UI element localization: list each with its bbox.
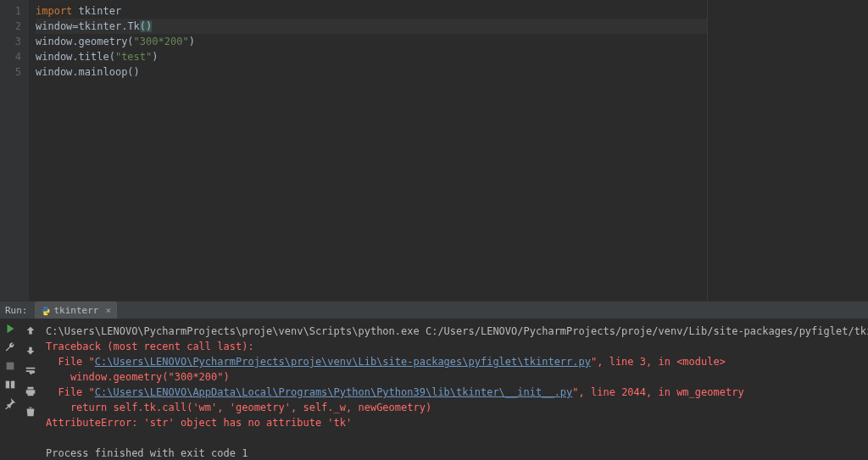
console-line: File "C:\Users\LENOVO\PycharmProjects\pr… [46, 354, 868, 369]
console-line: Traceback (most recent call last): [46, 339, 868, 354]
svg-point-0 [44, 307, 45, 308]
pin-icon[interactable] [3, 396, 17, 410]
code-line[interactable]: window=tkinter.Tk() [36, 19, 707, 34]
console-line [46, 430, 868, 446]
soft-wrap-icon[interactable] [24, 364, 37, 378]
run-label: Run: [5, 305, 28, 316]
run-side-toolbar-2 [20, 319, 41, 460]
stop-icon[interactable] [3, 359, 17, 373]
console-line: Process finished with exit code 1 [46, 446, 868, 460]
console-line: return self.tk.call('wm', 'geometry', se… [46, 400, 868, 415]
run-tab-label: tkinterr [54, 305, 99, 316]
traceback-link[interactable]: C:\Users\LENOVO\PycharmProjects\proje\ve… [95, 356, 591, 368]
line-number: 1 [0, 3, 21, 19]
code-line[interactable]: import tkinter [36, 3, 707, 19]
close-icon[interactable]: × [105, 305, 111, 316]
code-area[interactable]: import tkinterwindow=tkinter.Tk()window.… [29, 0, 707, 301]
down-arrow-icon[interactable] [24, 344, 37, 357]
code-line[interactable]: window.geometry("300*200") [36, 34, 707, 49]
right-margin [707, 0, 868, 301]
line-number: 5 [0, 64, 21, 80]
code-line[interactable]: window.title("test") [36, 49, 707, 64]
wrench-icon[interactable] [3, 341, 17, 354]
svg-rect-4 [11, 381, 14, 389]
console-line: C:\Users\LENOVO\PycharmProjects\proje\ve… [46, 324, 868, 339]
line-number: 4 [0, 49, 21, 64]
console-line: window.geometry("300*200") [46, 369, 868, 385]
line-number: 2 [0, 19, 21, 34]
run-header: Run: tkinterr × [0, 302, 868, 319]
svg-point-1 [47, 313, 47, 314]
console-output[interactable]: C:\Users\LENOVO\PycharmProjects\proje\ve… [41, 319, 868, 460]
rerun-icon[interactable] [3, 322, 17, 335]
traceback-link[interactable]: C:\Users\LENOVO\AppData\Local\Programs\P… [95, 386, 573, 398]
code-line[interactable]: window.mainloop() [36, 64, 707, 80]
editor-pane: 12345 import tkinterwindow=tkinter.Tk()w… [0, 0, 868, 301]
svg-rect-2 [7, 363, 14, 370]
gutter: 12345 [0, 0, 29, 301]
console-line: File "C:\Users\LENOVO\AppData\Local\Prog… [46, 385, 868, 400]
run-tool-window: Run: tkinterr × C:\Users\LE [0, 301, 868, 460]
layout-icon[interactable] [3, 378, 17, 391]
trash-icon[interactable] [24, 405, 37, 418]
svg-rect-3 [6, 381, 9, 389]
run-side-toolbar-1 [0, 319, 20, 460]
run-tab[interactable]: tkinterr × [35, 302, 118, 319]
line-number: 3 [0, 34, 21, 49]
up-arrow-icon[interactable] [24, 324, 37, 337]
console-line: AttributeError: 'str' object has no attr… [46, 415, 868, 430]
python-icon [41, 306, 51, 316]
print-icon[interactable] [24, 385, 37, 398]
